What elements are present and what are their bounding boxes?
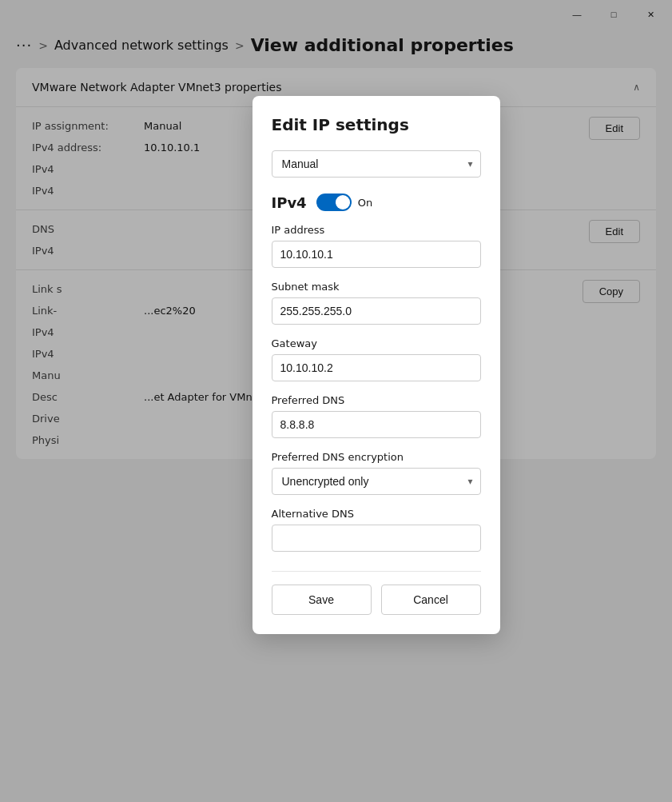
gateway-input[interactable] [272,354,481,381]
dns-encryption-dropdown[interactable]: Unencrypted only Encrypted only (DNS ove… [272,468,481,495]
dns-encryption-dropdown-container: Unencrypted only Encrypted only (DNS ove… [272,468,481,495]
preferred-dns-label: Preferred DNS [272,394,481,406]
alternative-dns-label: Alternative DNS [272,508,481,520]
gateway-label: Gateway [272,337,481,349]
dns-encryption-field-group: Preferred DNS encryption Unencrypted onl… [272,451,481,495]
ipv4-toggle[interactable] [316,194,352,211]
subnet-mask-field-group: Subnet mask [272,281,481,325]
subnet-mask-input[interactable] [272,297,481,325]
dns-encryption-label: Preferred DNS encryption [272,451,481,463]
toggle-thumb [336,195,350,209]
subnet-mask-label: Subnet mask [272,281,481,293]
ip-address-label: IP address [272,224,481,236]
ip-address-input[interactable] [272,241,481,268]
alternative-dns-input[interactable] [272,525,481,552]
preferred-dns-input[interactable] [272,411,481,438]
ip-mode-dropdown[interactable]: Automatic (DHCP) Manual [272,150,481,178]
save-button[interactable]: Save [272,585,372,615]
ip-address-field-group: IP address [272,224,481,268]
edit-ip-modal: Edit IP settings Automatic (DHCP) Manual… [252,96,500,634]
ipv4-section: IPv4 On IP address Subnet mask [272,194,481,552]
cancel-button[interactable]: Cancel [381,585,481,615]
toggle-on-label: On [358,197,372,209]
ipv4-header: IPv4 On [272,194,481,211]
modal-overlay: Edit IP settings Automatic (DHCP) Manual… [0,0,672,802]
preferred-dns-field-group: Preferred DNS [272,394,481,438]
modal-title: Edit IP settings [272,115,481,134]
ip-mode-dropdown-container: Automatic (DHCP) Manual ▾ [272,150,481,178]
modal-footer: Save Cancel [272,571,481,615]
alternative-dns-field-group: Alternative DNS [272,508,481,552]
ipv4-label: IPv4 [272,194,307,211]
gateway-field-group: Gateway [272,337,481,381]
toggle-container: On [316,194,372,211]
